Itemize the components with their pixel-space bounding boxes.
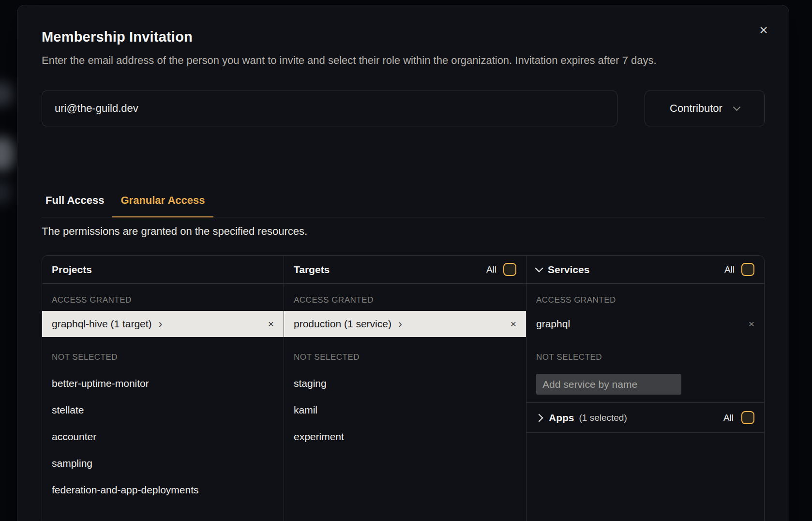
chevron-right-icon: ›	[159, 319, 163, 329]
projects-access-granted-label: ACCESS GRANTED	[42, 284, 284, 311]
dialog-title: Membership Invitation	[42, 29, 765, 45]
project-item[interactable]: stellate	[42, 397, 284, 423]
close-icon[interactable]: ×	[755, 22, 772, 39]
target-item[interactable]: staging	[284, 370, 526, 397]
add-service-input[interactable]	[536, 374, 681, 395]
project-granted-name: graphql-hive (1 target)	[52, 318, 152, 330]
email-input[interactable]	[42, 91, 617, 126]
services-all-label: All	[724, 264, 735, 275]
project-item[interactable]: better-uptime-monitor	[42, 370, 284, 397]
targets-title: Targets	[294, 264, 330, 276]
projects-header: Projects	[42, 256, 284, 284]
target-granted-row[interactable]: production (1 service) › ×	[284, 311, 526, 337]
services-header[interactable]: Services All	[526, 256, 764, 284]
services-access-granted-label: ACCESS GRANTED	[526, 284, 764, 311]
membership-invitation-dialog: × Membership Invitation Enter the email …	[17, 5, 789, 521]
invite-form-row: Contributor	[42, 91, 765, 126]
projects-column: Projects ACCESS GRANTED graphql-hive (1 …	[42, 256, 284, 521]
services-column: Services All ACCESS GRANTED graphql × NO…	[526, 256, 764, 521]
role-select-value: Contributor	[670, 102, 722, 115]
chevron-down-icon	[733, 104, 741, 111]
service-granted-row: graphql ×	[526, 311, 764, 337]
tab-full-access[interactable]: Full Access	[42, 194, 112, 217]
target-item[interactable]: kamil	[284, 397, 526, 423]
services-not-selected-label: NOT SELECTED	[526, 337, 764, 370]
services-all-checkbox[interactable]	[741, 263, 754, 276]
apps-all-checkbox[interactable]	[741, 411, 754, 424]
target-granted-name: production (1 service)	[294, 318, 391, 330]
service-granted-name: graphql	[536, 318, 570, 330]
targets-all-label: All	[486, 264, 496, 275]
resources-panel: Projects ACCESS GRANTED graphql-hive (1 …	[42, 255, 765, 521]
chevron-right-icon: ›	[398, 319, 402, 329]
project-item[interactable]: federation-and-app-deployments	[42, 476, 284, 503]
projects-not-selected-label: NOT SELECTED	[42, 337, 284, 370]
services-title: Services	[548, 264, 589, 276]
remove-project-icon[interactable]: ×	[268, 318, 274, 330]
target-item[interactable]: experiment	[284, 423, 526, 450]
access-tabs: Full Access Granular Access	[42, 194, 765, 217]
project-item[interactable]: sampling	[42, 450, 284, 476]
apps-section-row[interactable]: Apps (1 selected) All	[526, 403, 764, 433]
backdrop-blur-blob	[0, 137, 16, 171]
permissions-note: The permissions are granted on the speci…	[42, 225, 765, 238]
dialog-description: Enter the email address of the person yo…	[42, 52, 720, 69]
chevron-right-icon	[535, 414, 543, 422]
project-granted-row[interactable]: graphql-hive (1 target) › ×	[42, 311, 284, 337]
remove-service-icon[interactable]: ×	[749, 318, 754, 330]
backdrop-blur-blob	[0, 180, 13, 204]
role-select[interactable]: Contributor	[645, 91, 765, 126]
projects-title: Projects	[52, 264, 92, 276]
targets-access-granted-label: ACCESS GRANTED	[284, 284, 526, 311]
project-item[interactable]: accounter	[42, 423, 284, 450]
services-content: ACCESS GRANTED graphql × NOT SELECTED	[526, 284, 764, 403]
apps-all-label: All	[723, 413, 734, 423]
targets-header: Targets All	[284, 256, 526, 284]
tab-granular-access[interactable]: Granular Access	[112, 194, 213, 217]
apps-selected-count: (1 selected)	[579, 413, 627, 423]
targets-all-checkbox[interactable]	[503, 263, 516, 276]
targets-not-selected-label: NOT SELECTED	[284, 337, 526, 370]
chevron-down-icon	[535, 264, 543, 273]
remove-target-icon[interactable]: ×	[511, 318, 516, 330]
targets-column: Targets All ACCESS GRANTED production (1…	[284, 256, 526, 521]
backdrop-blur-blob	[0, 81, 15, 107]
apps-title: Apps	[549, 412, 574, 424]
